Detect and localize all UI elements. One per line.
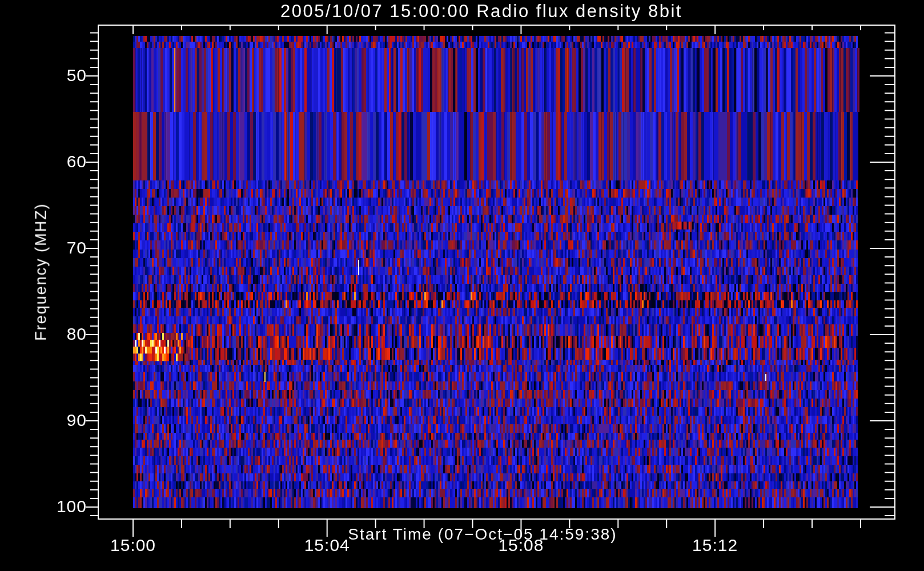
y-axis-title: Frequency (MHZ)	[33, 203, 50, 341]
spectrogram-canvas	[0, 0, 924, 571]
y-tick-label: 80	[24, 324, 87, 344]
x-tick-label: 15:00	[110, 536, 156, 555]
x-axis-title: Start Time (07−Oct−05 14:59:38)	[348, 525, 617, 544]
x-tick-label: 15:08	[498, 536, 544, 555]
spectrogram-page: 2005/10/07 15:00:00 Radio flux density 8…	[0, 0, 924, 571]
chart-title: 2005/10/07 15:00:00 Radio flux density 8…	[280, 1, 682, 22]
y-tick-label: 90	[24, 411, 87, 430]
y-tick-label: 70	[24, 238, 87, 258]
y-tick-label: 50	[24, 66, 87, 85]
y-tick-label: 100	[24, 497, 87, 516]
y-tick-label: 60	[24, 152, 87, 171]
x-tick-label: 15:04	[304, 536, 350, 555]
x-tick-label: 15:12	[692, 536, 738, 555]
